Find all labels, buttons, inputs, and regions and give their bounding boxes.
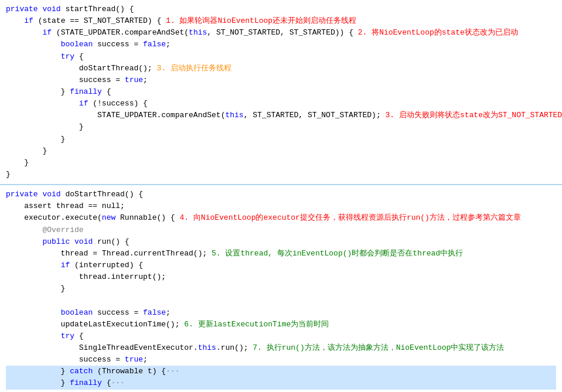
line-b2: assert thread == null; — [6, 200, 556, 212]
line-b8: thread.interrupt(); — [6, 271, 556, 283]
code-block-bottom: private void doStartThread() { assert th… — [0, 185, 562, 392]
line-b18: } — [6, 390, 556, 393]
line-b5: public void run() { — [6, 236, 556, 248]
line-b4: @Override — [6, 224, 556, 236]
line-b15: success = true; — [6, 354, 556, 366]
line-t6: doStartThread(); 3. 启动执行任务线程 — [6, 63, 556, 74]
line-b10 — [6, 295, 556, 306]
line-t2: if (state == ST_NOT_STARTED) { 1. 如果轮询器N… — [6, 15, 556, 27]
code-block-top: private void startThread() { if (state =… — [0, 0, 562, 185]
line-t10: STATE_UPDATER.compareAndSet(this, ST_STA… — [6, 110, 556, 121]
line-b7: if (interrupted) { — [6, 260, 556, 271]
line-t13: } — [6, 145, 556, 157]
line-t14: } — [6, 157, 556, 169]
line-b12: updateLastExecutionTime(); 6. 更新lastExec… — [6, 319, 556, 330]
line-t7: success = true; — [6, 74, 556, 86]
code-container: private void startThread() { if (state =… — [0, 0, 562, 392]
line-t12: } — [6, 134, 556, 145]
line-t1: private void startThread() { — [6, 4, 556, 15]
line-t4: boolean success = false; — [6, 39, 556, 50]
line-b3: executor.execute(new Runnable() { 4. 向Ni… — [6, 212, 556, 224]
line-b14: SingleThreadEventExecutor.this.run(); 7.… — [6, 342, 556, 354]
line-t5: try { — [6, 51, 556, 63]
line-b1: private void doStartThread() { — [6, 189, 556, 200]
line-b9: } — [6, 283, 556, 295]
line-t15: } — [6, 169, 556, 180]
line-t11: } — [6, 121, 556, 133]
line-t9: if (!success) { — [6, 98, 556, 110]
line-b11: boolean success = false; — [6, 307, 556, 319]
line-b6: thread = Thread.currentThread(); 5. 设置th… — [6, 248, 556, 260]
line-t3: if (STATE_UPDATER.compareAndSet(this, ST… — [6, 27, 556, 39]
line-b16: } catch (Throwable t) {··· — [6, 366, 556, 377]
line-t8: } finally { — [6, 86, 556, 98]
line-b17: } finally {··· — [6, 377, 556, 389]
line-b13: try { — [6, 330, 556, 342]
